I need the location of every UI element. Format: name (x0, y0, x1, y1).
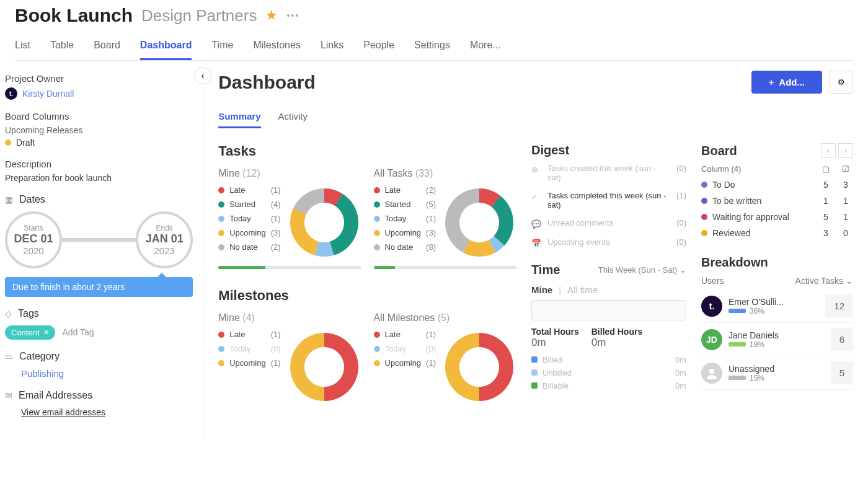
more-icon[interactable]: ••• (286, 11, 299, 20)
task-item[interactable]: Upcoming (3) (218, 228, 280, 237)
breakdown-title: Breakdown (701, 255, 853, 270)
status-dot (218, 346, 224, 352)
all-tasks-head: All Tasks (33) (374, 168, 516, 179)
tab-settings[interactable]: Settings (414, 35, 450, 60)
digest-list: ⊕ Tasks created this week (sun - sat) (0… (531, 164, 686, 248)
digest-icon: 📅 (531, 239, 541, 248)
task-item[interactable]: Upcoming (3) (374, 228, 436, 237)
star-icon[interactable]: ★ (265, 7, 278, 24)
time-input[interactable] (531, 300, 686, 320)
billed-hours-value: 0m (591, 337, 642, 349)
pct-bar (728, 376, 746, 380)
status-dot (218, 244, 224, 250)
tag-content[interactable]: Content ✕ (5, 325, 55, 340)
board-next[interactable]: › (838, 143, 853, 158)
all-miles-head: All Milestones (5) (374, 312, 516, 324)
status-dot (374, 346, 380, 352)
tag-remove-icon[interactable]: ✕ (43, 329, 49, 337)
check-icon: ☑ (838, 164, 853, 174)
active-tasks-selector[interactable]: Active Tasks ⌄ (795, 276, 853, 286)
add-button[interactable]: + Add... (751, 71, 822, 94)
desc-label: Description (5, 159, 193, 169)
user-avatar: JD (701, 329, 722, 350)
tab-list[interactable]: List (15, 35, 30, 60)
task-item[interactable]: Late (2) (374, 185, 436, 195)
tab-people[interactable]: People (363, 35, 394, 60)
tab-time[interactable]: Time (211, 35, 233, 60)
task-item[interactable]: Today (0) (218, 344, 280, 353)
status-dot (374, 216, 380, 222)
add-tag[interactable]: Add Tag (62, 327, 94, 337)
category-label: Category (19, 351, 60, 362)
board-row[interactable]: To be written 1 1 (701, 196, 853, 206)
task-item[interactable]: Today (0) (374, 344, 436, 353)
tab-dashboard[interactable]: Dashboard (140, 35, 192, 60)
time-week-selector[interactable]: This Week (Sun - Sat) ⌄ (598, 265, 686, 275)
board-prev[interactable]: ‹ (821, 143, 836, 158)
breakdown-list: t. Emer O'Sulli... 36% 12JD Jane Daniels… (701, 289, 853, 390)
tab-more[interactable]: More... (470, 35, 501, 60)
task-item[interactable]: Started (5) (374, 200, 436, 209)
tab-table[interactable]: Table (50, 35, 74, 60)
task-item[interactable]: Today (1) (374, 214, 436, 223)
tab-board[interactable]: Board (94, 35, 120, 60)
digest-icon: 💬 (531, 219, 541, 229)
category-value[interactable]: Publishing (21, 368, 193, 379)
digest-item[interactable]: 💬 Unread comments (0) (531, 218, 686, 229)
owner-name[interactable]: Kirsty Durnall (22, 89, 74, 99)
board-col-label: Column (4) (701, 164, 813, 174)
breakdown-item[interactable]: Unassigned 15% 5 (701, 356, 853, 390)
user-avatar (701, 363, 722, 384)
email-icon: ✉ (5, 391, 12, 400)
bill-swatch (531, 356, 538, 363)
end-date[interactable]: Ends JAN 01 2023 (136, 211, 193, 268)
time-tab-all[interactable]: All time (567, 285, 598, 295)
status-dot (218, 332, 224, 338)
time-title: Time (531, 263, 560, 277)
draft-dot (5, 139, 11, 146)
start-date[interactable]: Starts DEC 01 2020 (5, 211, 62, 268)
board-row[interactable]: Waiting for approval 5 1 (701, 212, 853, 222)
owner-label: Project Owner (5, 73, 193, 84)
digest-item[interactable]: 📅 Upcoming events (0) (531, 237, 686, 248)
email-link[interactable]: View email addresses (21, 407, 193, 417)
board-title: Board (701, 144, 737, 158)
user-avatar: t. (701, 296, 722, 317)
tab-summary[interactable]: Summary (218, 108, 260, 128)
task-item[interactable]: Late (1) (218, 330, 280, 339)
digest-item[interactable]: ⊕ Tasks created this week (sun - sat) (0… (531, 164, 686, 182)
tab-milestones[interactable]: Milestones (253, 35, 300, 60)
task-item[interactable]: No date (2) (218, 242, 280, 252)
mine-tasks-donut (287, 185, 361, 260)
task-item[interactable]: Late (1) (218, 185, 280, 195)
task-item[interactable]: Started (4) (218, 200, 280, 209)
task-item[interactable]: Upcoming (1) (374, 358, 436, 368)
task-item[interactable]: No date (8) (374, 242, 436, 252)
board-cols-label: Board Columns (5, 111, 193, 121)
mine-miles-list: Late (1) Today (0) Upcoming (1) (218, 330, 280, 404)
tag-icon: ◇ (5, 309, 12, 319)
board-dot (701, 230, 707, 236)
status-dot (374, 201, 380, 208)
board-dot (701, 214, 707, 220)
status-dot (218, 230, 224, 236)
task-item[interactable]: Late (1) (374, 330, 436, 339)
task-item[interactable]: Upcoming (1) (218, 358, 280, 368)
task-item[interactable]: Today (1) (218, 214, 280, 223)
collapse-sidebar-button[interactable]: ‹ (194, 67, 211, 84)
bill-item: Unbilled0m (531, 368, 686, 377)
breakdown-item[interactable]: JD Jane Daniels 18% 6 (701, 323, 853, 356)
time-tab-mine[interactable]: Mine (531, 285, 552, 295)
tab-links[interactable]: Links (321, 35, 343, 60)
all-task-list: Late (2) Started (5) Today (1) Upcoming … (374, 185, 436, 260)
board-row[interactable]: Reviewed 3 0 (701, 228, 853, 238)
settings-button[interactable]: ⚙ (830, 71, 853, 94)
board-row[interactable]: To Do 5 3 (701, 180, 853, 190)
tab-activity[interactable]: Activity (278, 108, 308, 128)
status-dot (218, 187, 224, 193)
digest-item[interactable]: ✓ Tasks completed this week (sun - sat) … (531, 191, 686, 210)
project-title: Book Launch (15, 5, 133, 26)
digest-title: Digest (531, 143, 686, 157)
pct-bar (728, 309, 746, 313)
breakdown-item[interactable]: t. Emer O'Sulli... 36% 12 (701, 289, 853, 323)
